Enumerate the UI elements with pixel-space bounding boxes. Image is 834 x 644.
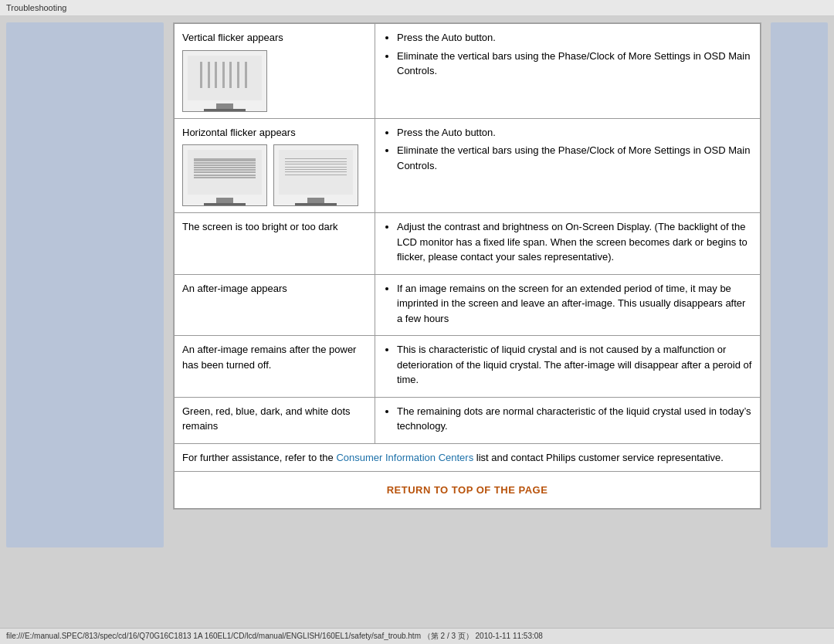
flicker-lines-h1 (194, 156, 256, 182)
bottom-bar-datetime: 2010-1-11 11:53:08 (476, 632, 543, 640)
consumer-information-link[interactable]: Consumer Information Centers (336, 452, 473, 463)
list-item: Eliminate the vertical bars using the Ph… (397, 49, 752, 79)
list-item: This is characteristic of liquid crystal… (397, 342, 752, 388)
brightness-problem-text: The screen is too bright or too dark (182, 221, 338, 232)
vertical-flicker-title: Vertical flicker appears (182, 30, 367, 46)
footer-text-before: For further assistance, refer to the (182, 452, 336, 463)
table-row: An after-image appears If an image remai… (175, 274, 761, 336)
return-link-container: RETURN TO TOP OF THE PAGE (174, 472, 761, 509)
dots-solutions: The remaining dots are normal characteri… (397, 404, 752, 434)
table-row: Green, red, blue, dark, and white dots r… (175, 397, 761, 443)
bottom-bar-page-info: （第 2 / 3 页） (423, 632, 473, 640)
right-sidebar (764, 22, 834, 622)
monitor-image-vertical (182, 50, 267, 112)
problem-cell-dots: Green, red, blue, dark, and white dots r… (175, 397, 375, 443)
horizontal-flicker-title: Horizontal flicker appears (182, 125, 367, 141)
problem-cell-horizontal: Horizontal flicker appears (175, 118, 375, 213)
left-sidebar (0, 22, 170, 622)
monitor-screen-h2 (279, 150, 353, 195)
after-image-solutions: If an image remains on the screen for an… (397, 281, 752, 327)
solution-cell-vertical: Press the Auto button. Eliminate the ver… (375, 24, 761, 119)
after-image-problem-text: An after-image appears (182, 283, 287, 294)
content-area: Vertical flicker appears (170, 22, 764, 622)
after-image-power-solutions: This is characteristic of liquid crystal… (397, 342, 752, 388)
horizontal-flicker-images (182, 144, 367, 206)
solution-cell-after-image: If an image remains on the screen for an… (375, 274, 761, 336)
footer-row: For further assistance, refer to the Con… (175, 443, 761, 472)
monitor-image-horizontal-2 (273, 144, 358, 206)
table-row: The screen is too bright or too dark Adj… (175, 213, 761, 275)
solution-cell-dots: The remaining dots are normal characteri… (375, 397, 761, 443)
return-to-top-link[interactable]: RETURN TO TOP OF THE PAGE (387, 484, 548, 496)
footer-cell: For further assistance, refer to the Con… (175, 443, 761, 472)
problem-cell-brightness: The screen is too bright or too dark (175, 213, 375, 275)
top-bar: Troubleshooting (0, 0, 834, 16)
main-layout: Vertical flicker appears (0, 16, 834, 628)
monitor-image-horizontal-1 (182, 144, 267, 206)
horizontal-flicker-solutions: Press the Auto button. Eliminate the ver… (397, 125, 752, 174)
flicker-lines-v (194, 62, 256, 88)
problem-cell-after-image-power: An after-image remains after the power h… (175, 336, 375, 398)
vertical-flicker-images (182, 50, 367, 112)
monitor-screen-h1 (188, 150, 262, 195)
list-item: Adjust the contrast and brightness on On… (397, 219, 752, 265)
solution-cell-brightness: Adjust the contrast and brightness on On… (375, 213, 761, 275)
bottom-bar: file:///E:/manual.SPEC/813/spec/cd/16/Q7… (0, 628, 834, 644)
table-row: Horizontal flicker appears (175, 118, 761, 213)
right-sidebar-inner (771, 22, 828, 547)
problem-cell-after-image: An after-image appears (175, 274, 375, 336)
solution-cell-horizontal: Press the Auto button. Eliminate the ver… (375, 118, 761, 213)
table-row: An after-image remains after the power h… (175, 336, 761, 398)
solution-cell-after-image-power: This is characteristic of liquid crystal… (375, 336, 761, 398)
footer-text-after: list and contact Philips customer servic… (473, 452, 724, 463)
table-row: Vertical flicker appears (175, 24, 761, 119)
main-table: Vertical flicker appears (174, 23, 761, 472)
problem-cell-vertical: Vertical flicker appears (175, 24, 375, 119)
monitor-base (204, 109, 246, 111)
dots-problem-text: Green, red, blue, dark, and white dots r… (182, 405, 351, 432)
list-item: Press the Auto button. (397, 30, 752, 46)
vertical-flicker-solutions: Press the Auto button. Eliminate the ver… (397, 30, 752, 79)
content-box: Vertical flicker appears (173, 22, 761, 510)
monitor-screen (188, 56, 262, 100)
flicker-lines-h2 (285, 156, 347, 182)
after-image-power-problem-text: An after-image remains after the power h… (182, 344, 356, 371)
bottom-bar-path: file:///E:/manual.SPEC/813/spec/cd/16/Q7… (6, 632, 421, 640)
list-item: Press the Auto button. (397, 125, 752, 141)
brightness-solutions: Adjust the contrast and brightness on On… (397, 219, 752, 265)
left-sidebar-inner (6, 22, 164, 547)
list-item: If an image remains on the screen for an… (397, 281, 752, 327)
monitor-base-h1 (204, 203, 246, 205)
list-item: The remaining dots are normal characteri… (397, 404, 752, 434)
monitor-base-h2 (295, 203, 337, 205)
topbar-label: Troubleshooting (6, 3, 66, 12)
list-item: Eliminate the vertical bars using the Ph… (397, 143, 752, 173)
